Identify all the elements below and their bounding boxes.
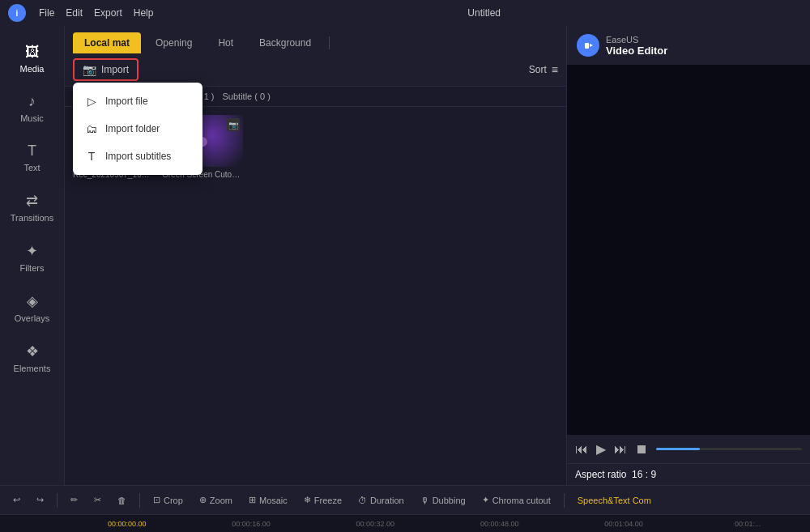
ruler-mark: 00:00:48.00 — [437, 520, 561, 528]
main-layout: 🖼 Media ♪ Music T Text ⇄ Transitions ✦ F… — [0, 26, 810, 485]
titlebar: i File Edit Export Help Untitled — [0, 0, 810, 26]
sidebar-item-transitions[interactable]: ⇄ Transitions — [0, 182, 64, 232]
play-button[interactable]: ▶ — [596, 441, 606, 457]
aspect-ratio: Aspect ratio 16 : 9 — [567, 463, 810, 485]
dropdown-import-folder[interactable]: 🗂 Import folder — [73, 115, 202, 143]
delete-button[interactable]: 🗑 — [113, 494, 131, 507]
tab-background[interactable]: Background — [248, 32, 322, 53]
import-subtitles-icon: T — [84, 149, 99, 164]
svg-rect-1 — [585, 43, 589, 49]
import-button[interactable]: 📷 Import — [73, 58, 139, 81]
crop-icon: ⊡ — [153, 495, 160, 505]
menu-bar: File Edit Export Help — [39, 7, 153, 19]
edit-icon: ✏ — [70, 495, 78, 505]
freeze-icon: ❄ — [304, 495, 311, 505]
sort-area[interactable]: Sort ≡ — [529, 63, 558, 76]
sort-label: Sort — [529, 64, 547, 75]
stop-button[interactable]: ⏹ — [635, 442, 648, 457]
window-title: Untitled — [166, 7, 802, 19]
aspect-ratio-value: 16 : 9 — [632, 469, 656, 480]
tab-hot[interactable]: Hot — [207, 32, 245, 53]
crop-button[interactable]: ⊡ Crop — [148, 493, 188, 507]
elements-icon: ❖ — [26, 343, 39, 360]
duration-icon: ⏱ — [358, 496, 367, 505]
mosaic-button[interactable]: ⊞ Mosaic — [244, 493, 292, 507]
ruler-mark: 00:00:32.00 — [313, 520, 437, 528]
dropdown-import-subtitles[interactable]: T Import subtitles — [73, 143, 202, 170]
speech-text-button[interactable]: Speech&Text Com — [573, 494, 656, 507]
timeline-ruler: 00:00:00.00 00:00:16.00 00:00:32.00 00:0… — [0, 514, 810, 532]
tab-opening[interactable]: Opening — [144, 32, 203, 53]
zoom-button[interactable]: ⊕ Zoom — [194, 493, 237, 507]
import-dropdown: ▷ Import file 🗂 Import folder T Import s… — [73, 83, 202, 175]
freeze-button[interactable]: ❄ Freeze — [299, 493, 347, 507]
sidebar-item-music[interactable]: ♪ Music — [0, 83, 64, 133]
cut-button[interactable]: ✂ — [89, 493, 106, 507]
ruler-mark: 00:00:16.00 — [189, 520, 313, 528]
sidebar-item-filters[interactable]: ✦ Filters — [0, 232, 64, 283]
import-bar: 📷 Import Sort ≡ ▷ Import file 🗂 Import f… — [65, 53, 566, 87]
preview-panel: EaseUS Video Editor ⏮ ▶ ⏭ ⏹ Aspect ratio… — [567, 26, 810, 485]
duration-button[interactable]: ⏱ Duration — [353, 494, 409, 507]
redo-button[interactable]: ↪ — [32, 493, 49, 507]
filter-subtitle[interactable]: Subtitle ( 0 ) — [223, 92, 271, 101]
undo-button[interactable]: ↩ — [8, 493, 25, 507]
dubbing-icon: 🎙 — [420, 496, 429, 505]
text-icon: T — [28, 143, 36, 160]
camera-badge-icon: 📷 — [227, 118, 240, 131]
brand-name: EaseUS — [606, 35, 667, 45]
sidebar-item-text[interactable]: T Text — [0, 133, 64, 182]
sidebar-item-overlays[interactable]: ◈ Overlays — [0, 283, 64, 333]
menu-edit[interactable]: Edit — [66, 7, 83, 19]
progress-bar[interactable] — [656, 448, 802, 450]
zoom-icon: ⊕ — [199, 495, 207, 505]
menu-file[interactable]: File — [39, 7, 54, 19]
chroma-cutout-button[interactable]: ✦ Chroma cutout — [477, 493, 556, 507]
product-name: Video Editor — [606, 45, 667, 57]
sidebar: 🖼 Media ♪ Music T Text ⇄ Transitions ✦ F… — [0, 26, 65, 485]
dropdown-import-file[interactable]: ▷ Import file — [73, 87, 202, 115]
ruler-mark: 00:01:04.00 — [561, 520, 685, 528]
ruler-mark: 00:00:00.00 — [65, 520, 189, 528]
progress-fill — [656, 448, 700, 450]
undo-icon: ↩ — [13, 495, 20, 505]
media-icon: 🖼 — [25, 44, 40, 61]
toolbar-separator — [139, 493, 140, 508]
menu-help[interactable]: Help — [134, 7, 154, 19]
bottom-toolbar: ↩ ↪ ✏ ✂ 🗑 ⊡ Crop ⊕ Zoom ⊞ Mosaic ❄ Freez… — [0, 485, 810, 514]
menu-export[interactable]: Export — [94, 7, 122, 19]
brand-icon — [577, 34, 599, 57]
edit-button[interactable]: ✏ — [66, 493, 83, 507]
sidebar-item-media[interactable]: 🖼 Media — [0, 34, 64, 83]
content-panel: Local mat Opening Hot Background 📷 Impor… — [65, 26, 567, 485]
tab-divider — [329, 36, 330, 49]
ruler-mark: 00:01:... — [686, 520, 810, 528]
tab-local-mat[interactable]: Local mat — [73, 32, 141, 53]
delete-icon: 🗑 — [117, 496, 126, 505]
sort-icon: ≡ — [552, 63, 558, 76]
chroma-icon: ✦ — [482, 495, 489, 505]
music-icon: ♪ — [28, 93, 36, 110]
content-tabs: Local mat Opening Hot Background — [65, 26, 566, 53]
brand-text: EaseUS Video Editor — [606, 35, 667, 57]
preview-screen — [567, 65, 810, 435]
cut-icon: ✂ — [94, 495, 101, 505]
rewind-button[interactable]: ⏮ — [575, 442, 588, 457]
filters-icon: ✦ — [26, 242, 38, 260]
app-icon: i — [8, 4, 26, 22]
forward-button[interactable]: ⏭ — [614, 442, 627, 457]
mosaic-icon: ⊞ — [249, 495, 256, 505]
import-camera-icon: 📷 — [83, 63, 96, 76]
sidebar-item-elements[interactable]: ❖ Elements — [0, 333, 64, 383]
toolbar-separator — [564, 493, 565, 508]
preview-controls: ⏮ ▶ ⏭ ⏹ — [567, 435, 810, 463]
import-folder-icon: 🗂 — [84, 121, 99, 136]
preview-header: EaseUS Video Editor — [567, 26, 810, 65]
toolbar-separator — [57, 493, 58, 508]
import-file-icon: ▷ — [84, 94, 99, 109]
transitions-icon: ⇄ — [26, 192, 38, 210]
overlays-icon: ◈ — [27, 292, 38, 310]
redo-icon: ↪ — [36, 495, 44, 505]
dubbing-button[interactable]: 🎙 Dubbing — [416, 494, 471, 507]
